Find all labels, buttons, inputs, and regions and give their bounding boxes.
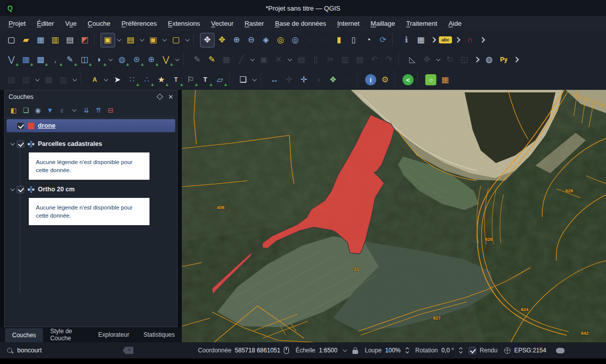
identify-features-icon[interactable]: ℹ	[399, 33, 413, 47]
toggle-editing-icon[interactable]: ✎	[205, 53, 219, 67]
layout-manager-icon[interactable]: ▤	[63, 33, 77, 47]
raster-stretch-dropdown[interactable]	[34, 73, 41, 87]
menu-item[interactable]: Internet	[332, 16, 365, 30]
expander-icon[interactable]	[9, 188, 17, 190]
render-checkbox[interactable]	[469, 347, 476, 354]
pan-to-selection-icon[interactable]: ✥	[215, 33, 229, 47]
delete-selected-icon[interactable]: ▯	[309, 53, 323, 67]
layer-checkbox[interactable]	[17, 140, 24, 148]
scale-dropdown[interactable]	[341, 347, 348, 354]
move-label-icon[interactable]: ➤	[111, 73, 124, 87]
menu-item[interactable]: Préférences	[116, 16, 162, 30]
vertex-tool-icon[interactable]: ✕	[272, 53, 285, 67]
layer-row-ortho[interactable]: Ortho 20 cm	[7, 183, 175, 196]
rotation-spinner[interactable]	[460, 348, 462, 353]
image-annotation-icon[interactable]: ▱	[213, 73, 227, 87]
add-vector-layer-icon[interactable]: ⋁	[5, 53, 18, 67]
osm-place-search-icon[interactable]: ○	[425, 74, 436, 85]
raster-cumulative-icon[interactable]: ▥	[57, 73, 70, 87]
measure-angle-icon[interactable]: ✛	[282, 73, 296, 87]
annotation-star-icon[interactable]: ★	[155, 73, 168, 87]
raster-contrast-icon[interactable]: ▩	[42, 73, 56, 87]
add-wms-layer-icon[interactable]: ◍	[115, 53, 129, 67]
temporal-controller-icon[interactable]: ◔	[362, 33, 375, 47]
messages-icon[interactable]	[556, 348, 565, 353]
select-by-value-icon[interactable]: ▤	[124, 33, 137, 47]
new-print-layout-icon[interactable]: ▥	[48, 33, 62, 47]
digitize-dropdown[interactable]	[249, 53, 256, 67]
processing-toolbox-icon[interactable]: ⚙	[378, 73, 392, 87]
layer-row-drone[interactable]: drone	[7, 119, 175, 132]
attributes-overflow-chevron[interactable]	[429, 33, 438, 47]
close-panel-icon[interactable]: ✕	[168, 93, 173, 100]
layout-add-map-icon[interactable]: ❖	[326, 73, 340, 87]
select-by-value-dropdown[interactable]	[138, 33, 145, 47]
scale-value[interactable]: 1:6500	[319, 347, 338, 354]
menu-item[interactable]: Vecteur	[206, 16, 239, 30]
add-group-icon[interactable]: ❏	[20, 105, 31, 116]
vertex-tool-dropdown[interactable]	[286, 53, 293, 67]
clear-search-icon[interactable]	[123, 347, 133, 354]
magnifier-spinner[interactable]	[406, 348, 409, 353]
project-open-icon[interactable]: ▰	[19, 33, 33, 47]
add-wfs-layer-icon[interactable]: ⊕	[144, 53, 158, 67]
add-layer-dropdown[interactable]	[174, 53, 181, 67]
layer-styling-icon[interactable]: ◧	[8, 105, 19, 116]
select-features-icon[interactable]: ▣	[101, 33, 115, 47]
add-geopackage-layer-icon[interactable]: ◫	[78, 53, 91, 67]
add-delimited-text-icon[interactable]: ,	[48, 53, 62, 67]
menu-item[interactable]: Vue	[60, 16, 82, 30]
add-spatialite-layer-icon[interactable]: ✎	[63, 53, 77, 67]
show-bookmarks-icon[interactable]: ▯	[347, 33, 361, 47]
add-wcs-layer-icon[interactable]: ⊛	[130, 53, 143, 67]
filter-legend-icon[interactable]: ▼	[44, 105, 56, 116]
deselect-dropdown[interactable]	[161, 33, 168, 47]
snapping-toggle-icon[interactable]: ∩	[463, 33, 477, 47]
rotate-feature-icon[interactable]: ↻	[443, 53, 457, 67]
raster-stretch-icon[interactable]: ▨	[5, 73, 18, 87]
add-mesh-layer-icon[interactable]: ▩	[34, 53, 47, 67]
text-annotation-icon[interactable]: T	[169, 73, 183, 87]
cut-features-icon[interactable]: ✂	[324, 53, 337, 67]
zoom-last-icon[interactable]: ◌	[303, 33, 317, 47]
rotation-value[interactable]: 0,0 °	[441, 347, 454, 354]
modify-attributes-icon[interactable]: ▤	[294, 53, 308, 67]
menu-item[interactable]: Base de données	[270, 16, 332, 30]
move-feature-dropdown[interactable]	[435, 53, 442, 67]
minimize-button[interactable]	[572, 5, 579, 11]
measure-line-icon[interactable]: ↔	[268, 73, 281, 87]
labeling-dropdown[interactable]	[103, 73, 110, 87]
scale-feature-icon[interactable]: ◱	[458, 53, 471, 67]
search-input[interactable]: boncourt	[17, 347, 118, 354]
labels-overflow-chevron[interactable]	[453, 33, 462, 47]
remove-layer-icon[interactable]: ⊟	[105, 105, 116, 116]
layer-checkbox[interactable]	[17, 186, 24, 193]
quickmap-services-icon[interactable]: ▦	[438, 73, 452, 87]
paste-features-icon[interactable]: ▤	[353, 53, 367, 67]
zoom-to-selection-icon[interactable]: ◎	[274, 33, 287, 47]
add-postgis-layer-icon[interactable]: ◗	[92, 53, 106, 67]
tab-explorateur[interactable]: Explorateur	[91, 327, 136, 342]
filter-expression-icon[interactable]: ε	[57, 105, 68, 116]
expand-all-icon[interactable]: ⇊	[81, 105, 92, 116]
coordinate-value[interactable]: 585718 6861051	[235, 347, 280, 354]
menu-item[interactable]: Projet	[3, 16, 31, 30]
refresh-icon[interactable]: ⟳	[376, 33, 390, 47]
pan-map-icon[interactable]: ✥	[200, 33, 214, 47]
filter-expression-dropdown[interactable]	[69, 105, 80, 116]
georeferencer-icon[interactable]: ✛	[297, 73, 311, 87]
map-tips-dropdown[interactable]	[251, 73, 258, 87]
maximize-button[interactable]	[583, 5, 590, 11]
lock-scale-icon[interactable]	[352, 350, 358, 354]
expander-icon[interactable]	[9, 143, 17, 145]
metasearch-icon[interactable]: i	[365, 74, 376, 85]
select-by-location-icon[interactable]: ▢	[169, 33, 183, 47]
menu-item[interactable]: Aide	[443, 16, 467, 30]
move-feature-icon[interactable]: ✥	[420, 53, 434, 67]
select-by-location-dropdown[interactable]	[184, 33, 191, 47]
project-new-icon[interactable]: ▢	[5, 33, 18, 47]
labels-toolbar-icon[interactable]: abc	[439, 36, 452, 43]
tab-couches[interactable]: Couches	[5, 328, 43, 342]
zoom-next-icon[interactable]: ◌	[318, 33, 331, 47]
map-tips-icon[interactable]: ❏	[236, 73, 250, 87]
